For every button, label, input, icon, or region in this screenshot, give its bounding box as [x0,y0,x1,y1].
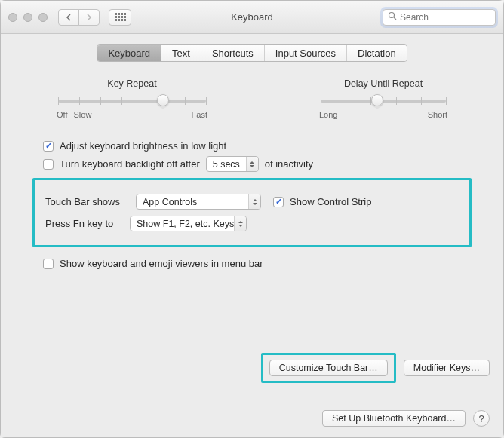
touchbar-shows-select[interactable]: App Controls [136,194,261,210]
backlight-off-select[interactable]: 5 secs [206,156,259,172]
tab-keyboard[interactable]: Keyboard [97,45,161,61]
minimize-button[interactable] [23,13,32,22]
adjust-brightness-row: Adjust keyboard brightness in low light [43,140,461,152]
touchbar-highlight: Touch Bar shows App Controls Show Contro… [32,178,472,247]
touchbar-shows-value: App Controls [143,197,197,207]
stepper-icon [248,194,260,209]
key-repeat-slow: Slow [73,110,91,119]
fn-key-value: Show F1, F2, etc. Keys [137,219,234,229]
customize-highlight: Customize Touch Bar… [261,353,396,383]
keyboard-prefs-window: Keyboard Keyboard Text Shortcuts Input S… [0,0,504,438]
key-repeat-slider: Key Repeat Off Slow Fast [57,78,207,119]
backlight-off-value: 5 secs [213,159,240,170]
zoom-button[interactable] [38,13,48,22]
tab-input-sources[interactable]: Input Sources [265,45,347,61]
delay-label: Delay Until Repeat [319,78,447,89]
modifier-keys-button[interactable]: Modifier Keys… [404,360,490,376]
fn-key-label: Press Fn key to [45,218,124,229]
backlight-off-suffix: of inactivity [265,158,313,170]
key-repeat-fast: Fast [192,110,207,119]
search-field[interactable] [383,9,496,26]
tab-dictation[interactable]: Dictation [347,45,407,61]
bottom-buttons: Customize Touch Bar… Modifier Keys… [261,353,490,383]
close-button[interactable] [8,13,17,22]
backlight-off-checkbox[interactable] [43,159,54,170]
back-button[interactable] [58,9,79,26]
delay-track[interactable] [321,100,446,103]
search-icon [388,11,397,23]
svg-point-0 [389,13,395,18]
stepper-icon [234,216,246,231]
delay-short: Short [428,110,447,119]
stepper-icon [246,157,258,171]
show-all-button[interactable] [109,9,131,26]
customize-touchbar-button[interactable]: Customize Touch Bar… [269,360,388,376]
backlight-off-row: Turn keyboard backlight off after 5 secs… [43,156,461,172]
bluetooth-keyboard-button[interactable]: Set Up Bluetooth Keyboard… [322,410,466,427]
titlebar: Keyboard [1,1,503,34]
key-repeat-thumb[interactable] [157,94,169,106]
show-viewers-label: Show keyboard and emoji viewers in menu … [60,258,263,269]
touchbar-shows-label: Touch Bar shows [45,196,130,207]
svg-line-1 [394,17,396,20]
show-viewers-row: Show keyboard and emoji viewers in menu … [43,258,461,269]
window-controls [8,13,48,22]
adjust-brightness-label: Adjust keyboard brightness in low light [60,140,226,152]
delay-slider: Delay Until Repeat Long Short [319,78,447,119]
show-control-strip-label: Show Control Strip [290,196,371,207]
help-button[interactable]: ? [473,410,490,427]
show-control-strip-checkbox[interactable] [273,197,284,207]
tab-shortcuts[interactable]: Shortcuts [201,45,265,61]
backlight-off-prefix: Turn keyboard backlight off after [60,158,200,170]
delay-long: Long [319,110,337,119]
delay-thumb[interactable] [371,94,383,106]
nav-buttons [58,9,100,26]
sliders-section: Key Repeat Off Slow Fast Delay [57,78,447,119]
key-repeat-track[interactable] [58,100,206,103]
show-viewers-checkbox[interactable] [43,259,54,269]
key-repeat-label: Key Repeat [57,78,207,89]
key-repeat-off: Off [57,110,67,119]
adjust-brightness-checkbox[interactable] [43,141,54,152]
footer: Set Up Bluetooth Keyboard… ? [322,410,490,427]
tab-bar: Keyboard Text Shortcuts Input Sources Di… [43,44,461,62]
search-input[interactable] [400,12,490,23]
pane-body: Keyboard Text Shortcuts Input Sources Di… [1,34,503,437]
fn-key-select[interactable]: Show F1, F2, etc. Keys [130,216,247,231]
grid-icon [115,13,126,21]
forward-button[interactable] [78,9,100,26]
tab-text[interactable]: Text [161,45,201,61]
